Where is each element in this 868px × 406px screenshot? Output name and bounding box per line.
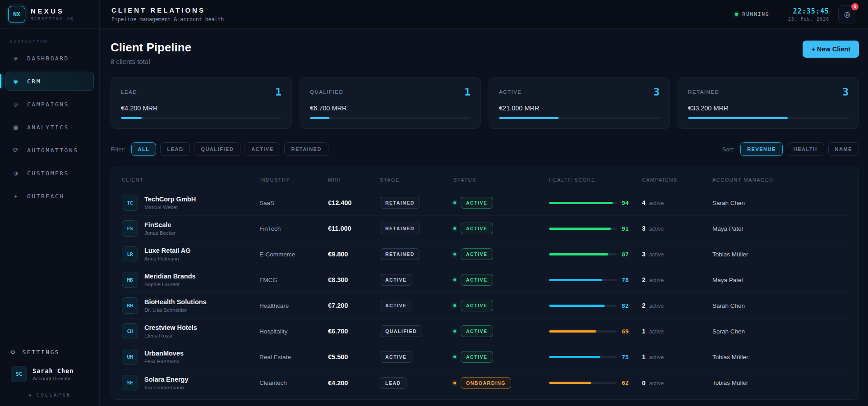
dashboard-icon: ◈ <box>12 54 20 62</box>
table-row[interactable]: TC TechCorp GmbH Marcus Weber SaaS €12.4… <box>122 190 848 216</box>
stat-label: ACTIVE <box>499 89 522 95</box>
health-score-value: 62 <box>622 379 629 386</box>
client-avatar: TC <box>122 195 138 211</box>
table-row[interactable]: SE Solara Energy Kai Zimmermann Cleantec… <box>122 370 848 396</box>
campaigns-cell: 2 active <box>642 302 712 309</box>
brand-logo: NX <box>8 6 25 23</box>
sidebar-nav-item[interactable]: ◎ CAMPAIGNS <box>5 95 94 114</box>
stat-card: LEAD 1 €4.200 MRR <box>111 77 292 129</box>
status-badge: ACTIVE <box>461 351 493 363</box>
status-cell: ACTIVE <box>453 223 549 234</box>
sidebar-nav-item[interactable]: ◉ CRM <box>5 72 94 91</box>
client-name: Meridian Brands <box>144 273 196 280</box>
client-avatar: FS <box>122 220 138 237</box>
table-row[interactable]: MB Meridian Brands Sophie Laurent FMCG €… <box>122 267 848 293</box>
analytics-icon: ▦ <box>12 123 20 131</box>
sidebar-nav-item[interactable]: ◈ DASHBOARD <box>5 49 94 68</box>
sidebar-nav-item[interactable]: ⟳ AUTOMATIONS <box>5 141 94 160</box>
main-area: CLIENT RELATIONS Pipeline management & a… <box>100 0 868 406</box>
status-dot <box>453 382 456 384</box>
campaigns-cell: 3 active <box>642 225 712 232</box>
stage-badge: ACTIVE <box>380 351 412 363</box>
customers-icon: ◑ <box>12 169 20 177</box>
industry-cell: Hospitality <box>259 328 328 335</box>
status-badge: ACTIVE <box>461 223 493 234</box>
client-contact: Elena Rossi <box>144 333 197 338</box>
status-cell: ACTIVE <box>453 351 549 363</box>
account-manager-cell: Sarah Chen <box>712 200 848 206</box>
user-role: Account Director <box>32 376 74 381</box>
collapse-button[interactable]: ◀ COLLAPSE <box>5 387 94 401</box>
table-row[interactable]: LR Luxe Retail AG Anna Hofmann E-Commerc… <box>122 242 848 267</box>
sidebar-nav-item[interactable]: ◑ CUSTOMERS <box>5 164 94 182</box>
sort-pill[interactable]: HEALTH <box>787 142 824 156</box>
health-score-cell: 82 <box>549 302 642 309</box>
stat-count: 3 <box>842 86 849 98</box>
filter-pill[interactable]: QUALIFIED <box>194 142 240 156</box>
table-row[interactable]: FS FinScale Jonas Becker FinTech €11.000… <box>122 216 848 242</box>
avatar: SC <box>11 366 27 382</box>
app-title: CLIENT RELATIONS <box>111 6 224 14</box>
health-bar-fill <box>549 253 608 255</box>
status-cell: ACTIVE <box>453 325 549 337</box>
stat-mrr-value: €21.000 MRR <box>499 105 660 112</box>
table-row[interactable]: CH Crestview Hotels Elena Rossi Hospital… <box>122 319 848 344</box>
campaigns-count: 1 <box>642 328 646 335</box>
industry-cell: FinTech <box>259 225 328 232</box>
filter-pill[interactable]: ACTIVE <box>245 142 280 156</box>
campaigns-cell: 3 active <box>642 251 712 258</box>
client-name: TechCorp GmbH <box>144 196 196 203</box>
health-score-cell: 75 <box>549 354 642 360</box>
stage-badge: ACTIVE <box>380 274 412 286</box>
stat-card: RETAINED 3 €33.200 MRR <box>678 77 859 129</box>
status-cell: ACTIVE <box>453 300 549 311</box>
page-title: Client Pipeline <box>111 41 191 55</box>
status-dot <box>453 201 456 204</box>
client-name: Luxe Retail AG <box>144 247 191 254</box>
filter-pill[interactable]: ALL <box>131 142 157 156</box>
client-contact: Dr. Lisa Schneider <box>144 307 207 313</box>
health-bar-fill <box>549 279 602 281</box>
status-badge: RUNNING <box>735 11 769 17</box>
page-subtitle: 8 clients total <box>111 58 191 65</box>
table-row[interactable]: BH BioHealth Solutions Dr. Lisa Schneide… <box>122 293 848 319</box>
campaigns-cell: 1 active <box>642 353 712 360</box>
sidebar-item-settings[interactable]: ⚙ SETTINGS <box>5 343 94 360</box>
sort-pill[interactable]: REVENUE <box>740 142 783 156</box>
health-score-cell: 94 <box>549 200 642 206</box>
outreach-icon: ✦ <box>12 192 20 200</box>
table-column-header: HEALTH SCORE <box>549 177 642 182</box>
client-avatar: CH <box>122 323 138 339</box>
user-card[interactable]: SC Sarah Chen Account Director <box>5 361 94 387</box>
status-dot <box>453 304 456 307</box>
new-client-button[interactable]: + New Client <box>803 41 859 58</box>
clock: 22:35:45 23. Feb. 2026 <box>788 7 829 22</box>
client-name: BioHealth Solutions <box>144 298 207 306</box>
sidebar-nav-item[interactable]: ▦ ANALYTICS <box>5 118 94 137</box>
status-dot <box>735 13 738 16</box>
campaigns-suffix: active <box>649 303 664 309</box>
client-cell: BH BioHealth Solutions Dr. Lisa Schneide… <box>122 297 259 314</box>
campaigns-count: 4 <box>642 199 646 206</box>
client-name: Crestview Hotels <box>144 324 197 331</box>
health-bar-fill <box>549 202 613 204</box>
filter-pill[interactable]: LEAD <box>160 142 190 156</box>
notifications-button[interactable]: ◎ 3 <box>838 5 856 23</box>
filter-pill[interactable]: RETAINED <box>284 142 328 156</box>
status-badge: ACTIVE <box>461 274 493 286</box>
mrr-cell: €4.200 <box>328 379 380 387</box>
stat-label: RETAINED <box>688 89 719 95</box>
sidebar-nav: ◈ DASHBOARD ◉ CRM ◎ CAMPAIGNS ▦ ANALYTIC… <box>0 49 99 205</box>
industry-cell: Cleantech <box>259 379 328 386</box>
status-badge: ACTIVE <box>461 248 493 260</box>
stat-label: LEAD <box>121 89 137 95</box>
health-score-cell: 87 <box>549 251 642 258</box>
mrr-cell: €12.400 <box>328 199 380 206</box>
table-column-header: ACCOUNT MANAGER <box>712 177 848 182</box>
sidebar-nav-item[interactable]: ✦ OUTREACH <box>5 187 94 205</box>
health-score-value: 75 <box>622 354 629 360</box>
sort-pill[interactable]: NAME <box>828 142 859 156</box>
stat-progress-fill <box>310 117 329 119</box>
client-avatar: MB <box>122 272 138 288</box>
table-row[interactable]: UM UrbanMoves Felix Hartmann Real Estate… <box>122 344 848 370</box>
